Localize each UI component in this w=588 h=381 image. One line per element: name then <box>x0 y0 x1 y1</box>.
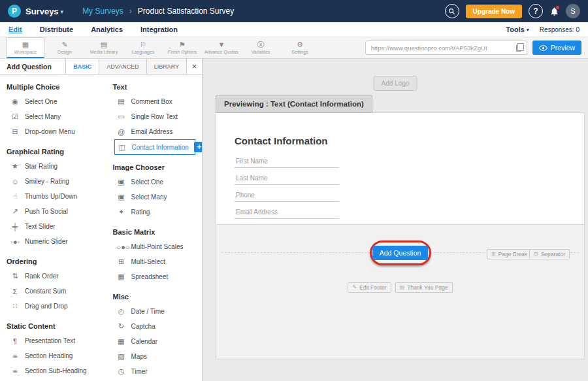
input-field-first-name[interactable]: First Name <box>235 157 339 168</box>
input-field-last-name[interactable]: Last Name <box>235 174 339 185</box>
maps-icon: ▧ <box>117 352 126 361</box>
rank-order-icon: ⇅ <box>10 272 20 280</box>
question-type-maps[interactable]: ▧Maps <box>113 349 196 364</box>
thank-you-page-button[interactable]: ▤ Thank You Page <box>395 282 453 293</box>
text-slider-icon: ╪ <box>10 223 20 231</box>
search-button[interactable] <box>445 4 459 18</box>
question-type-calendar[interactable]: ▦Calendar <box>113 334 196 349</box>
toolbar-item-design[interactable]: ✎Design <box>46 37 84 58</box>
question-type-label: Select Many <box>25 113 61 120</box>
tools-menu[interactable]: Tools ▾ <box>506 25 529 33</box>
upgrade-now-button[interactable]: Upgrade Now <box>466 5 522 18</box>
toolbar-item-label: Media Library <box>90 50 118 54</box>
question-type-label: Maps <box>131 353 147 360</box>
question-type-timer[interactable]: ◷Timer <box>113 364 196 379</box>
star-rating-icon: ★ <box>10 162 20 171</box>
edit-icon: ✎ <box>352 285 357 290</box>
comment-box-icon: ▤ <box>117 97 126 106</box>
question-type-smiley-rating[interactable]: ☺Smiley - Rating <box>7 174 101 189</box>
tab-distribute[interactable]: Distribute <box>40 25 73 33</box>
question-type-section-heading[interactable]: ≡Section Heading <box>7 348 101 363</box>
toolbar-item-languages[interactable]: ⚐Languages <box>124 37 162 58</box>
question-type-select-many[interactable]: ☑Select Many <box>7 109 101 124</box>
question-type-multi-select[interactable]: ⊞Multi-Select <box>113 254 196 269</box>
question-type-select-many[interactable]: ▣Select Many <box>113 190 196 205</box>
user-avatar[interactable]: S <box>566 4 580 18</box>
toolbar-item-settings[interactable]: ⚙Settings <box>281 37 319 58</box>
close-panel-button[interactable]: × <box>186 59 202 74</box>
question-title: Contact Information <box>235 135 584 146</box>
question-type-contact-information[interactable]: ◫Contact Information+ <box>114 139 196 155</box>
question-type-presentation-text[interactable]: ¶Presentation Text <box>7 333 101 348</box>
question-type-star-rating[interactable]: ★Star Rating <box>7 159 101 174</box>
add-question-button[interactable]: Add Question <box>372 246 429 260</box>
question-type-constant-sum[interactable]: ΣConstant Sum <box>7 284 101 299</box>
question-type-date-time[interactable]: ◴Date / Time <box>113 304 196 319</box>
toolbar-item-workspace[interactable]: ▦Workspace <box>7 37 44 58</box>
question-type-rating[interactable]: ✦Rating <box>113 205 196 220</box>
question-group-multiple-choice: Multiple Choice◉Select One☑Select Many⊟D… <box>7 83 101 139</box>
question-type-captcha[interactable]: ↻Captcha <box>113 319 196 334</box>
top-navigation-bar: P Surveys ▾ My Surveys › Product Satisfa… <box>0 0 588 22</box>
input-field-email-address[interactable]: Email Address <box>235 208 339 219</box>
survey-url-input[interactable] <box>365 41 527 55</box>
multi-select-icon: ⊞ <box>117 257 126 266</box>
question-preview-card: Contact Information First NameLast NameP… <box>216 112 585 225</box>
tab-integration[interactable]: Integration <box>140 25 178 33</box>
eye-icon <box>539 45 547 51</box>
toolbar-item-label: Variables <box>252 50 270 54</box>
group-heading: Ordering <box>7 257 101 265</box>
add-logo-button[interactable]: Add Logo <box>374 76 417 91</box>
rating-icon: ✦ <box>117 208 126 216</box>
question-type-push-to-social[interactable]: ↗Push To Social <box>7 204 101 219</box>
question-type-rank-order[interactable]: ⇅Rank Order <box>7 269 101 284</box>
help-button[interactable]: ? <box>529 4 543 18</box>
question-type-single-row-text[interactable]: ▭Single Row Text <box>113 109 196 124</box>
add-selected-question-button[interactable]: + <box>194 142 202 152</box>
notifications-button[interactable] <box>549 7 559 16</box>
sidebar-tab-library[interactable]: LIBRARY <box>146 59 186 74</box>
toolbar-item-finish-options[interactable]: ⚑Finish Options <box>163 37 201 58</box>
toolbar-item-media-library[interactable]: ▤Media Library <box>85 37 123 58</box>
question-type-label: Thumbs Up/Down <box>25 193 77 200</box>
question-type-numeric-slider[interactable]: ◦●◦Numeric Slider <box>7 234 101 249</box>
media-library-icon: ▤ <box>101 41 107 48</box>
page-break-button[interactable]: ⊞ Page Break <box>487 249 532 259</box>
breadcrumb-my-surveys[interactable]: My Surveys <box>82 7 123 16</box>
toolbar-item-label: Finish Options <box>168 50 197 54</box>
question-type-label: Section Heading <box>25 352 73 359</box>
sidebar-tab-basic[interactable]: BASIC <box>65 59 99 74</box>
separator-button[interactable]: ⊟ Separator <box>529 249 570 259</box>
add-question-panel: Add Question BASICADVANCEDLIBRARY × Mult… <box>0 59 203 381</box>
preview-button[interactable]: Preview <box>532 41 581 55</box>
select-one-icon: ◉ <box>10 97 20 106</box>
sidebar-tab-advanced[interactable]: ADVANCED <box>99 59 146 74</box>
surveys-product-menu[interactable]: Surveys ▾ <box>25 7 63 16</box>
toolbar-item-advance-quotas[interactable]: ▼Advance Quotas <box>203 37 240 58</box>
multi-point-scales-icon: ○●○ <box>117 243 126 251</box>
question-type-label: Section Sub-Heading <box>25 367 87 374</box>
question-type-label: Rating <box>131 208 150 216</box>
questionpro-logo-icon[interactable]: P <box>8 5 21 18</box>
tab-edit[interactable]: Edit <box>8 25 22 33</box>
question-type-text-slider[interactable]: ╪Text Slider <box>7 219 101 234</box>
question-type-drop-down-menu[interactable]: ⊟Drop-down Menu <box>7 124 101 139</box>
numeric-slider-icon: ◦●◦ <box>10 238 20 246</box>
tab-analytics[interactable]: Analytics <box>91 25 123 33</box>
responses-count[interactable]: Responses: 0 <box>540 26 580 33</box>
copy-icon[interactable] <box>516 45 521 52</box>
question-type-spreadsheet[interactable]: ▦Spreadsheet <box>113 269 196 284</box>
toolbar-item-variables[interactable]: ⓧVariables <box>242 37 280 58</box>
question-group-image-chooser: Image Chooser▣Select One▣Select Many✦Rat… <box>113 163 196 220</box>
question-type-email-address[interactable]: @Email Address <box>113 124 196 139</box>
question-type-drag-and-drop[interactable]: ∷Drag and Drop <box>7 299 101 314</box>
question-type-select-one[interactable]: ▣Select One <box>113 174 196 190</box>
question-type-select-one[interactable]: ◉Select One <box>7 94 101 109</box>
question-type-multi-point-scales[interactable]: ○●○Multi-Point Scales <box>113 239 196 254</box>
edit-footer-button[interactable]: ✎ Edit Footer <box>348 282 391 293</box>
question-type-comment-box[interactable]: ▤Comment Box <box>113 94 196 109</box>
question-type-thumbs-up-down[interactable]: ☝Thumbs Up/Down <box>7 189 101 204</box>
input-field-phone[interactable]: Phone <box>235 191 339 202</box>
question-type-section-sub-heading[interactable]: ≡Section Sub-Heading <box>7 363 101 378</box>
design-icon: ✎ <box>61 41 67 48</box>
